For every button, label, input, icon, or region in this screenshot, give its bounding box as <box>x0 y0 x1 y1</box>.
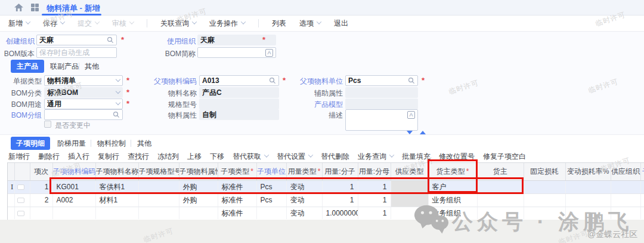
delete-row-button[interactable]: 删除行 <box>38 152 60 162</box>
app-grid-icon[interactable] <box>31 4 39 11</box>
tab-main-product[interactable]: 主产品 <box>11 60 44 73</box>
tree-cell[interactable] <box>14 193 30 207</box>
change-flag-checkbox[interactable] <box>44 121 51 128</box>
business-operation-button[interactable]: 业务操作 <box>209 19 245 29</box>
chevron-down-icon <box>129 19 134 24</box>
col-child-code[interactable]: 子项物料编码 <box>52 163 95 180</box>
col-partial[interactable]: 子项 <box>640 163 644 180</box>
product-model-label[interactable]: 产品模型 <box>280 99 343 110</box>
main-toolbar: 新增 保存 提交 审核 关联查询 业务操作 列表 选项 退出 <box>0 16 644 32</box>
required-marker: * <box>126 88 129 97</box>
doc-type-select[interactable]: 物料清单 <box>44 75 123 86</box>
bom-short-input[interactable]: A <box>197 47 276 58</box>
bom-short-label: BOM简称 <box>157 48 196 59</box>
tab-divider <box>79 63 79 70</box>
col-usage-type[interactable]: 用量类型* <box>286 163 322 180</box>
tab-child-detail[interactable]: 子项明细 <box>11 137 50 150</box>
col-var-loss[interactable]: 变动损耗率% <box>565 163 611 180</box>
batch-fill-button[interactable]: 批量填充 <box>402 152 431 162</box>
tab-close-icon[interactable]: × <box>94 3 99 12</box>
col-fixed-loss[interactable]: 固定损耗 <box>524 163 565 180</box>
change-flag-label: 是否变更中 <box>55 121 91 131</box>
required-marker: * <box>126 76 129 85</box>
search-icon[interactable] <box>113 111 120 118</box>
table-row[interactable]: I 1 KG001 客供料1 外购 标准件 Pcs 变动 1 1 客户 <box>7 180 644 193</box>
options-button[interactable]: 选项 <box>299 19 321 29</box>
col-owner-type[interactable]: 货主类型* <box>428 163 477 180</box>
home-icon[interactable] <box>14 4 23 11</box>
col-index-header[interactable]: 项次 <box>30 163 52 180</box>
fix-blank-child-button[interactable]: 修复子项空白 <box>483 152 526 162</box>
tree-cell[interactable] <box>14 207 30 219</box>
bom-use-select[interactable]: 通用 <box>44 99 123 109</box>
desc-textarea[interactable]: A <box>345 109 418 131</box>
save-button[interactable]: 保存 <box>43 19 64 29</box>
business-query-button[interactable]: 业务查询 <box>358 152 394 162</box>
bom-version-input[interactable] <box>36 47 117 58</box>
chevron-down-icon <box>317 19 321 24</box>
spec-label: 规格型号 <box>137 99 197 110</box>
chevron-down-icon <box>308 152 313 157</box>
bom-group-label[interactable]: BOM分组 <box>0 110 42 121</box>
parent-unit-label[interactable]: 父项物料单位 <box>280 76 343 87</box>
move-up-button[interactable]: 上移 <box>187 152 202 162</box>
tab-other[interactable]: 其他 <box>85 60 99 73</box>
submit-button[interactable]: 提交 <box>78 19 99 29</box>
find-row-button[interactable]: 查找行 <box>128 152 149 162</box>
col-child-name[interactable]: 子项物料名称 <box>95 163 138 180</box>
substitute-get-button[interactable]: 替代获取 <box>233 152 268 162</box>
search-icon[interactable] <box>408 77 415 84</box>
tab-sub-other[interactable]: 其他 <box>137 137 151 150</box>
row-cursor-indicator: I <box>7 180 14 193</box>
search-icon[interactable] <box>107 36 114 44</box>
multilang-icon[interactable]: A <box>265 49 273 57</box>
col-child-type[interactable]: 子项类型* <box>218 163 256 180</box>
parent-unit-input[interactable]: Pcs <box>345 75 418 86</box>
freeze-column-button[interactable]: 冻结列 <box>157 152 179 162</box>
desc-label: 描述 <box>280 110 343 121</box>
tab-bom-new[interactable]: 物料清单 - 新增 <box>47 3 100 14</box>
add-row-button[interactable]: 新增行 <box>8 152 30 162</box>
modify-position-button[interactable]: 修改位置号 <box>439 152 475 162</box>
chevron-down-icon <box>116 89 120 94</box>
tab-step-usage[interactable]: 阶梯用量 <box>57 137 86 150</box>
col-child-spec[interactable]: 子项规格型号 <box>138 163 179 180</box>
exit-button[interactable]: 退出 <box>334 19 348 29</box>
tree-cell[interactable] <box>14 180 30 193</box>
col-usage-numerator[interactable]: 用量:分子 <box>322 163 358 180</box>
bom-group-input[interactable] <box>44 109 123 120</box>
substitute-delete-button[interactable]: 替代删除 <box>321 152 349 162</box>
col-child-unit[interactable]: 子项单位 <box>256 163 286 180</box>
create-org-input[interactable]: 天麻 <box>36 35 117 45</box>
tab-co-products[interactable]: 联副产品 <box>50 60 79 73</box>
copy-row-button[interactable]: 复制行 <box>98 152 119 162</box>
parent-code-input[interactable]: A013 <box>199 75 279 86</box>
mat-name-label: 物料名称 <box>137 88 197 99</box>
channel-watermark-subtitle: @金蝶云社区 <box>587 229 637 240</box>
col-owner[interactable]: 货主 <box>477 163 524 180</box>
list-button[interactable]: 列表 <box>272 19 286 29</box>
insert-row-button[interactable]: 插入行 <box>68 152 89 162</box>
col-supply-type[interactable]: 供应类型 <box>391 163 428 180</box>
multilang-icon[interactable]: A <box>407 111 415 119</box>
audit-button[interactable]: 审核 <box>112 19 134 29</box>
search-icon[interactable] <box>269 77 276 84</box>
col-usage-denominator[interactable]: 用量:分母 <box>358 163 391 180</box>
doc-type-label: 单据类型 <box>0 76 42 87</box>
col-supply-org[interactable]: 供应组织 <box>611 163 640 180</box>
col-child-attr[interactable]: 子项物料属性 <box>179 163 218 180</box>
bom-version-label: BOM版本 <box>4 48 35 59</box>
chevron-down-icon <box>389 152 394 157</box>
bom-version-input-field[interactable] <box>39 48 114 57</box>
table-row[interactable]: 2 A002 材料1 外购 标准件 Pcs 变动 1 1 业务组织 <box>7 193 644 207</box>
move-down-button[interactable]: 下移 <box>210 152 224 162</box>
parent-code-label[interactable]: 父项物料编码 <box>137 76 197 87</box>
section-divider <box>0 134 644 135</box>
substitute-set-button[interactable]: 替代设置 <box>277 152 312 162</box>
grid-toolbar: 新增行 删除行 插入行 复制行 查找行 冻结列 上移 下移 替代获取 替代设置 … <box>0 150 644 162</box>
tab-material-control[interactable]: 物料控制 <box>97 137 126 150</box>
new-button[interactable]: 新增 <box>8 19 30 29</box>
related-query-button[interactable]: 关联查询 <box>160 19 196 29</box>
bom-class-label: BOM分类 <box>0 88 42 99</box>
aux-attr-label: 辅助属性 <box>280 88 343 99</box>
